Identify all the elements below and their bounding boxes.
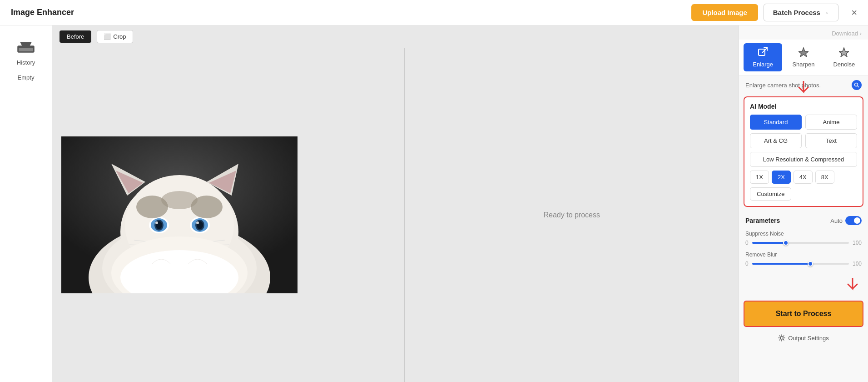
model-text-button[interactable]: Text <box>805 133 857 148</box>
tab-denoise[interactable]: Denoise <box>825 43 863 71</box>
enlarge-icon <box>758 47 768 59</box>
tab-enlarge[interactable]: Enlarge <box>744 43 782 71</box>
scale-row: 1X 2X 4X 8X <box>750 171 857 184</box>
start-section: Start to Process <box>739 296 868 330</box>
remove-blur-label: Remove Blur <box>745 251 862 258</box>
scale-8x-button[interactable]: 8X <box>815 171 834 184</box>
canvas-split: Ready to process <box>52 48 739 382</box>
header: Image Enhancer Upload Image Batch Proces… <box>0 0 868 25</box>
ready-text: Ready to process <box>543 211 600 219</box>
remove-blur-slider[interactable] <box>752 263 849 265</box>
tab-sharpen-label: Sharpen <box>792 61 814 68</box>
app-body: History Empty Before ⬜ Crop <box>0 25 868 382</box>
canvas-toolbar: Before ⬜ Crop <box>52 25 739 48</box>
before-button[interactable]: Before <box>60 30 91 43</box>
canvas-area: Before ⬜ Crop <box>52 25 739 382</box>
settings-gear-icon <box>778 334 785 342</box>
params-title: Parameters <box>745 217 780 224</box>
ai-model-title: AI Model <box>750 103 857 110</box>
remove-blur-fill <box>752 263 810 265</box>
svg-rect-2 <box>19 48 33 51</box>
output-settings-label: Output Settings <box>788 335 829 342</box>
svg-point-41 <box>780 337 783 339</box>
suppress-noise-row: Suppress Noise 0 100 <box>745 231 862 246</box>
remove-blur-slider-row: 0 100 <box>745 261 862 267</box>
svg-point-32 <box>161 191 198 209</box>
arrow-annotation-1 <box>794 81 813 99</box>
download-button[interactable]: Download › <box>832 30 862 37</box>
arrow-annotation-2 <box>739 278 868 296</box>
sidebar-empty-state: Empty <box>18 73 35 81</box>
suppress-noise-max: 100 <box>853 240 862 246</box>
upload-button[interactable]: Upload Image <box>691 4 758 21</box>
remove-blur-thumb[interactable] <box>808 261 813 266</box>
customize-button[interactable]: Customize <box>750 187 791 201</box>
svg-marker-38 <box>839 48 849 57</box>
header-actions: Upload Image Batch Process → × <box>691 4 857 21</box>
scale-4x-button[interactable]: 4X <box>794 171 813 184</box>
remove-blur-row: Remove Blur 0 100 <box>745 251 862 267</box>
history-icon <box>16 36 36 56</box>
canvas-left <box>52 48 404 382</box>
model-grid: Standard Anime Art & CG Text Low Resolut… <box>750 115 857 167</box>
start-process-button[interactable]: Start to Process <box>744 301 863 327</box>
tab-enlarge-label: Enlarge <box>753 61 773 68</box>
tab-sharpen[interactable]: Sharpen <box>784 43 823 71</box>
sharpen-icon <box>799 47 808 59</box>
params-header: Parameters Auto <box>745 216 862 225</box>
scale-2x-button[interactable]: 2X <box>772 171 791 184</box>
history-label: History <box>17 59 35 66</box>
svg-line-40 <box>858 86 859 87</box>
model-artcg-button[interactable]: Art & CG <box>750 133 802 148</box>
model-anime-button[interactable]: Anime <box>805 115 857 130</box>
model-lowres-button[interactable]: Low Resolution & Compressed <box>750 152 857 167</box>
suppress-noise-thumb[interactable] <box>783 240 789 246</box>
sidebar: History Empty <box>0 25 52 382</box>
auto-toggle[interactable] <box>845 216 862 225</box>
remove-blur-min: 0 <box>745 261 749 267</box>
app-title: Image Enhancer <box>11 8 74 17</box>
close-button[interactable]: × <box>851 7 857 19</box>
search-icon[interactable] <box>852 80 862 90</box>
right-panel: Download › Enlarge <box>739 25 868 382</box>
batch-process-button[interactable]: Batch Process → <box>764 4 838 21</box>
denoise-icon <box>839 47 849 59</box>
empty-label: Empty <box>18 74 35 81</box>
params-auto: Auto <box>830 216 862 225</box>
remove-blur-max: 100 <box>853 261 862 267</box>
suppress-noise-min: 0 <box>745 240 749 246</box>
svg-point-17 <box>155 221 158 224</box>
suppress-noise-label: Suppress Noise <box>745 231 862 237</box>
ai-model-section: AI Model Standard Anime Art & CG Text Lo… <box>744 96 863 207</box>
canvas-right: Ready to process <box>405 48 739 382</box>
suppress-noise-fill <box>752 242 786 244</box>
scale-1x-button[interactable]: 1X <box>750 171 769 184</box>
crop-button[interactable]: ⬜ Crop <box>97 30 133 43</box>
panel-download: Download › <box>739 25 868 40</box>
svg-point-22 <box>196 221 199 224</box>
parameters-section: Parameters Auto Suppress Noise 0 100 <box>739 211 868 278</box>
svg-point-39 <box>855 83 858 86</box>
tab-denoise-label: Denoise <box>833 61 855 68</box>
sidebar-item-history[interactable]: History <box>16 33 36 70</box>
svg-marker-37 <box>799 48 808 57</box>
model-standard-button[interactable]: Standard <box>750 115 802 130</box>
cat-image <box>61 136 298 293</box>
svg-rect-35 <box>759 49 765 55</box>
crop-icon: ⬜ <box>104 33 111 40</box>
suppress-noise-slider-row: 0 100 <box>745 240 862 246</box>
output-settings[interactable]: Output Settings <box>739 330 868 346</box>
suppress-noise-slider[interactable] <box>752 242 849 244</box>
panel-tabs: Enlarge Sharpen Denoise <box>739 40 868 75</box>
